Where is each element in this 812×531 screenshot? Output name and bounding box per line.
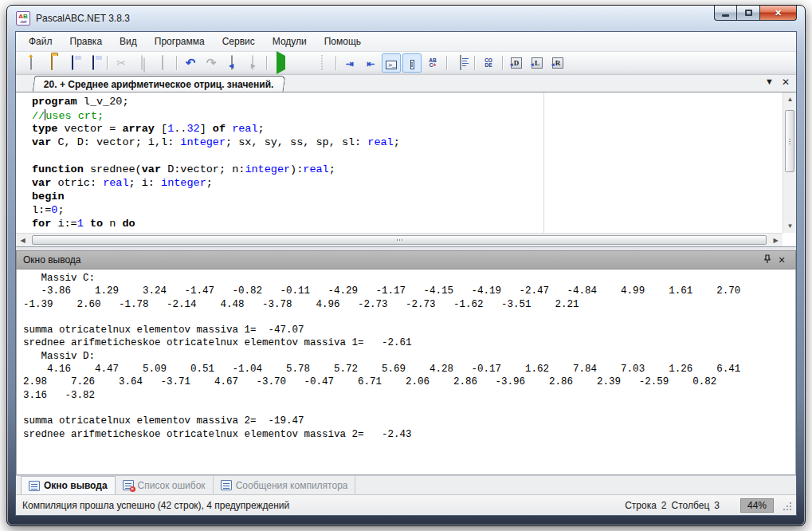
output-line: summa otricatelnux elementov massiva 2= …	[23, 415, 795, 428]
editor-tab-label: 20. + Среднее арифметическое отриц. знач…	[44, 79, 274, 90]
save-all-button[interactable]	[84, 53, 103, 73]
bottom-tab-strip: Окно вывода✕Список ошибокСообщения компи…	[16, 475, 796, 494]
new-file-icon: ✦	[30, 56, 32, 70]
copy-button	[132, 53, 151, 73]
editor-vertical-scrollbar[interactable]: ▲ ▼	[783, 92, 796, 233]
bottom-tab-output-list[interactable]: Окно вывода	[21, 476, 116, 494]
insert-d-button[interactable]: D	[507, 53, 526, 73]
insert-r-button[interactable]: R	[548, 53, 567, 73]
bottom-tab-error-list[interactable]: ✕Список ошибок	[116, 476, 214, 494]
output-line	[23, 403, 795, 415]
output-toggle-icon: I	[410, 56, 414, 70]
run-icon	[277, 56, 285, 70]
toolbar-separator	[335, 56, 336, 70]
run-button[interactable]	[271, 53, 290, 73]
line-number: 2	[661, 500, 667, 511]
toolbar-separator	[266, 56, 267, 70]
tab-close-icon[interactable]: ✕	[782, 77, 790, 88]
insert-l-icon: L	[532, 57, 543, 69]
code-line: begin	[32, 191, 783, 204]
new-file-button[interactable]: ✦	[22, 53, 41, 73]
console-toggle-button[interactable]: >_	[382, 53, 401, 73]
indent-icon: ⇥	[346, 56, 354, 70]
output-window[interactable]: Massiv C: -3.86 1.29 3.24 -1.47 -0.82 -0…	[16, 269, 796, 475]
code-line: program l_v_20;	[32, 96, 783, 109]
horizontal-scroll-thumb[interactable]	[32, 235, 767, 245]
menu-сервис[interactable]: Сервис	[214, 33, 264, 49]
minimize-button[interactable]	[714, 6, 737, 21]
save-icon	[72, 56, 73, 70]
vertical-scroll-thumb[interactable]	[785, 110, 794, 172]
editor-horizontal-scrollbar[interactable]: ◀ ▶	[16, 233, 783, 246]
stop-button	[292, 53, 311, 73]
menu-файл[interactable]: Файл	[20, 33, 61, 49]
scroll-right-icon[interactable]: ▶	[769, 234, 783, 247]
status-bar: Компиляция прошла успешно (42 строк), 4 …	[16, 494, 796, 515]
code-editor[interactable]: program l_v_20;//uses crt;type vector = …	[16, 92, 796, 247]
output-panel-header: Окно вывода ✕	[16, 250, 796, 269]
open-folder-button[interactable]	[42, 53, 61, 73]
code-completion-button[interactable]: ABC+	[423, 53, 442, 73]
menu-помощь[interactable]: Помощь	[316, 33, 370, 49]
code-line: function srednee(var D:vector; n:integer…	[32, 163, 783, 177]
indent-button[interactable]: ⇥	[340, 53, 359, 73]
toolbar-separator	[474, 56, 475, 70]
insert-d-icon: D	[511, 57, 522, 69]
code-completion-icon: ABC+	[429, 58, 436, 69]
format-document-icon	[460, 56, 461, 70]
code-template-button[interactable]: CODE	[479, 53, 498, 73]
compile-button	[312, 53, 331, 73]
maximize-button[interactable]	[737, 6, 760, 21]
column-number: 3	[714, 500, 720, 511]
client-area: ФайлПравкаВидПрограммаСервисМодулиПомощь…	[15, 31, 797, 516]
menu-программа[interactable]: Программа	[146, 33, 214, 49]
cut-icon: ✂	[116, 56, 126, 70]
format-document-button[interactable]	[451, 53, 470, 73]
outdent-button[interactable]: ⇤	[361, 53, 380, 73]
scroll-left-icon[interactable]: ◀	[16, 234, 29, 247]
code-line	[32, 150, 783, 163]
save-button[interactable]	[63, 53, 82, 73]
insert-l-button[interactable]: L	[528, 53, 547, 73]
code-line: for i:=1 to n do	[32, 218, 783, 231]
code-line: l:=0;	[32, 204, 783, 218]
save-all-icon	[92, 56, 94, 70]
redo-icon: ↷	[206, 56, 217, 70]
bottom-tab-label: Окно вывода	[44, 480, 108, 491]
output-line	[23, 312, 795, 324]
menu-модули[interactable]: Модули	[264, 33, 316, 49]
paste-button	[153, 53, 172, 73]
bottom-tab-label: Список ошибок	[138, 480, 206, 491]
output-line: Massiv C:	[23, 273, 795, 285]
output-line: srednee arifmeticheskoe otricatelnux ele…	[23, 429, 795, 442]
status-message: Компиляция прошла успешно (42 строк), 4 …	[22, 500, 625, 511]
compiler-messages-icon	[221, 480, 232, 490]
zoom-level[interactable]: 44%	[740, 498, 774, 513]
app-logo-icon: AB .net	[16, 11, 30, 26]
undo-button[interactable]: ↶	[181, 53, 200, 73]
code-line: var otric: real; i: integer;	[32, 177, 783, 191]
editor-tab[interactable]: 20. + Среднее арифметическое отриц. знач…	[33, 76, 285, 92]
output-line: 3.16 -3.82	[23, 390, 795, 403]
bottom-tab-compiler-messages[interactable]: Сообщения компилятора	[214, 476, 356, 494]
output-toggle-button[interactable]: I	[402, 53, 422, 73]
resize-grip-icon[interactable]	[782, 501, 791, 510]
scroll-up-icon[interactable]: ▲	[783, 92, 797, 106]
copy-icon	[141, 56, 143, 70]
menu-вид[interactable]: Вид	[111, 33, 146, 49]
code-template-icon: CODE	[484, 58, 492, 69]
console-toggle-icon: >_	[386, 56, 397, 70]
pin-icon[interactable]	[760, 254, 775, 266]
redo-button: ↷	[202, 53, 221, 73]
output-line: 4.16 4.47 5.09 0.51 -1.04 5.78 5.72 5.69…	[23, 364, 795, 376]
output-close-icon[interactable]: ✕	[775, 255, 789, 266]
open-folder-icon	[51, 56, 53, 70]
close-button[interactable]: ✕	[760, 6, 797, 21]
prev-position-icon: ◀	[231, 56, 233, 70]
title-bar[interactable]: AB .net PascalABC.NET 3.8.3 ✕	[7, 6, 805, 31]
prev-position-button[interactable]: ◀	[222, 53, 241, 73]
menu-правка[interactable]: Правка	[61, 33, 112, 49]
tab-list-dropdown-icon[interactable]: ▼	[765, 77, 774, 88]
code-area[interactable]: program l_v_20;//uses crt;type vector = …	[16, 92, 783, 233]
scroll-down-icon[interactable]: ▼	[783, 219, 797, 233]
